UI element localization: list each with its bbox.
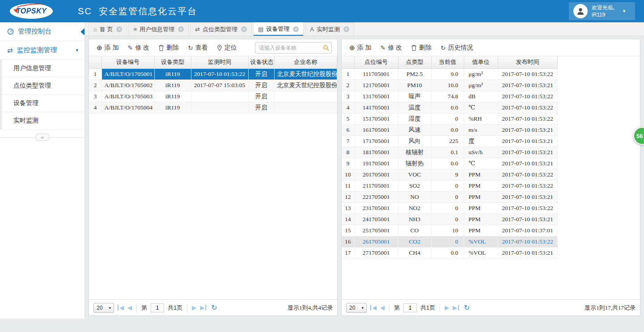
table-row[interactable]: 10201705001VOC9PPM2017-07-10 01:53:22 — [342, 169, 557, 180]
first-page-button[interactable]: ◀ — [118, 305, 124, 311]
table-cell: 151705001 — [354, 113, 398, 124]
search-input[interactable] — [255, 42, 332, 54]
sidebar-item-point-type-management[interactable]: 点位类型管理 — [0, 77, 85, 95]
page-size-select[interactable]: 20 ▾ — [346, 303, 367, 313]
tab-label: 用户信息管理 — [140, 25, 174, 34]
add-button[interactable]: ⊕ 添 加 — [345, 42, 375, 54]
search-icon[interactable] — [323, 45, 329, 53]
next-page-button[interactable]: ▶ — [192, 305, 196, 311]
table-cell — [191, 102, 248, 113]
table-cell: iR119 — [154, 102, 191, 113]
tab-device-management[interactable]: ▤设备管理× — [253, 22, 304, 36]
first-page-button[interactable]: ◀ — [370, 305, 377, 311]
refresh-icon[interactable]: ↻ — [211, 304, 217, 311]
table-row[interactable]: 1A/BJLT/O/1705001iR1192017-07-10 01:53:2… — [89, 68, 337, 80]
locate-button[interactable]: 定位 — [213, 42, 241, 54]
tab-close-icon[interactable]: × — [343, 26, 349, 32]
table-row[interactable]: 3A/BJLT/O/1705003iR119开启 — [89, 91, 337, 102]
table-cell: 2017-07-10 01:53:21 — [498, 247, 557, 258]
table-cell: ℃ — [464, 158, 498, 169]
button-label: 删除 — [166, 44, 179, 52]
sidebar-item-device-management[interactable]: 设备管理 — [0, 95, 85, 112]
content-area: ⊕ 添 加 ✎ 修 改 删除 — [85, 36, 644, 319]
table-row[interactable]: 13231705001NO20PPM2017-07-10 01:53:22 — [342, 202, 557, 214]
table-row[interactable]: 14241705001NH30PPM2017-07-10 01:53:21 — [342, 214, 557, 225]
table-cell: 17 — [342, 247, 354, 258]
table-row[interactable]: 4141705001温度0.0℃2017-07-10 01:53:22 — [342, 102, 557, 113]
table-row[interactable]: 6161705001风速0.0m/s2017-07-10 01:53:21 — [342, 124, 557, 135]
table-row[interactable]: 5151705001湿度0%RH2017-07-10 01:53:22 — [342, 113, 557, 124]
history-button[interactable]: ↻ 历史情况 — [436, 42, 477, 54]
table-row[interactable]: 8181705001核辐射0.1uSv/h2017-07-10 01:53:21 — [342, 147, 557, 158]
user-menu[interactable]: 欢迎光临, iR119 ▼ — [569, 2, 635, 20]
tab-close-icon[interactable]: × — [241, 26, 247, 32]
delete-button[interactable]: 删除 — [154, 42, 183, 54]
page-number-input[interactable] — [151, 303, 164, 312]
table-cell: 风速 — [398, 124, 431, 135]
table-cell: CO2 — [398, 236, 431, 247]
table-cell: 0 — [431, 191, 464, 202]
view-button[interactable]: ↻ 查看 — [184, 42, 212, 54]
tab-home[interactable]: ⌂首 页× — [89, 22, 127, 36]
tab-close-icon[interactable]: × — [293, 26, 299, 32]
delete-button[interactable]: 删除 — [407, 42, 436, 54]
table-cell: 0 — [431, 180, 464, 191]
table-row[interactable]: 17271705001CH40.0%VOL2017-07-10 01:53:21 — [342, 247, 557, 258]
tab-point-type-management[interactable]: ⇄点位类型管理× — [190, 22, 252, 36]
table-row[interactable]: 1111705001PM2.59.0μg/m³2017-07-10 01:53:… — [342, 68, 557, 80]
sidebar-collapse-button[interactable]: « — [35, 134, 50, 141]
last-page-button[interactable]: ▶ — [453, 305, 459, 311]
table-cell: A/BJLT/O/1705001 — [102, 68, 154, 80]
table-cell: 2017-07-10 01:53:21 — [498, 158, 557, 169]
tab-realtime-monitor[interactable]: A实时监测× — [305, 22, 354, 36]
table-row[interactable]: 4A/BJLT/O/1705004iR119开启 — [89, 102, 337, 113]
table-row[interactable]: 15251705001CO10PPM2017-07-10 01:37:01 — [342, 225, 557, 236]
table-row[interactable]: 7171705001风向225度2017-07-10 01:53:21 — [342, 135, 557, 147]
table-row[interactable]: 3131705001噪声74.8dB2017-07-10 01:53:22 — [342, 91, 557, 102]
table-cell: 温度 — [398, 102, 431, 113]
sidebar-item-monitoring-management[interactable]: ⇄ 监控监测管理 ▾ — [0, 41, 85, 60]
table-cell — [191, 91, 248, 102]
last-page-button[interactable]: ▶ — [200, 305, 206, 311]
sidebar: 管理控制台 ⇄ 监控监测管理 ▾ 用户信息管理点位类型管理设备管理实时监测 « — [0, 22, 85, 319]
table-row[interactable]: 16261705001CO20%VOL2017-07-10 01:53:22 — [342, 236, 557, 247]
sidebar-item-realtime-monitor[interactable]: 实时监测 — [0, 112, 85, 130]
table-row[interactable]: 2121705001PM1010.0μg/m³2017-07-10 01:53:… — [342, 80, 557, 91]
add-button[interactable]: ⊕ 添 加 — [93, 42, 123, 54]
tab-close-icon[interactable]: × — [116, 26, 122, 32]
page-total-label: 共1页 — [168, 304, 182, 312]
table-cell: 0 — [431, 236, 464, 247]
table-row[interactable]: 12221705001NO0PPM2017-07-10 01:53:21 — [342, 191, 557, 202]
table-row[interactable]: 11211705001SO20PPM2017-07-10 01:53:22 — [342, 180, 557, 191]
table-cell — [274, 91, 337, 102]
table-cell: 13 — [342, 202, 354, 214]
chevron-down-icon[interactable]: ▼ — [622, 9, 626, 13]
prev-page-button[interactable]: ◀ — [380, 305, 385, 311]
tab-label: 设备管理 — [266, 25, 289, 33]
table-cell: ℃ — [464, 102, 498, 113]
monitoring-icon: ⇄ — [7, 46, 13, 55]
button-label: 添 加 — [105, 44, 119, 52]
table-cell: 开启 — [248, 68, 274, 80]
page-size-select[interactable]: 20 ▾ — [93, 303, 114, 313]
list-icon: ≡ — [133, 26, 137, 33]
app-header: TOPSKY SC 安全监管信息化云平台 欢迎光临, iR119 ▼ — [0, 0, 644, 22]
next-page-button[interactable]: ▶ — [445, 305, 449, 311]
button-label: 删除 — [419, 44, 432, 52]
refresh-icon[interactable]: ↻ — [464, 304, 470, 311]
tab-user-info-management[interactable]: ≡用户信息管理× — [128, 22, 189, 36]
table-row[interactable]: 9191705001辐射热0.0℃2017-07-10 01:53:21 — [342, 158, 557, 169]
sidebar-item-management-console[interactable]: 管理控制台 — [0, 22, 85, 41]
prev-page-button[interactable]: ◀ — [127, 305, 132, 311]
chevron-down-icon[interactable]: ▾ — [76, 47, 78, 53]
realtime-monitor-panel: ⊕ 添 加 ✎ 修 改 删除 — [341, 39, 640, 316]
table-row[interactable]: 2A/BJLT/O/1705002iR1192017-07-07 15:03:0… — [89, 80, 337, 91]
edit-button[interactable]: ✎ 修 改 — [123, 42, 153, 54]
column-header — [342, 56, 354, 68]
table-cell: μg/m³ — [464, 68, 498, 80]
sidebar-item-user-info-management[interactable]: 用户信息管理 — [0, 60, 85, 77]
tab-close-icon[interactable]: × — [178, 26, 184, 32]
edit-button[interactable]: ✎ 修 改 — [376, 42, 406, 54]
page-number-input[interactable] — [403, 303, 417, 312]
table-cell: 16 — [342, 236, 354, 247]
